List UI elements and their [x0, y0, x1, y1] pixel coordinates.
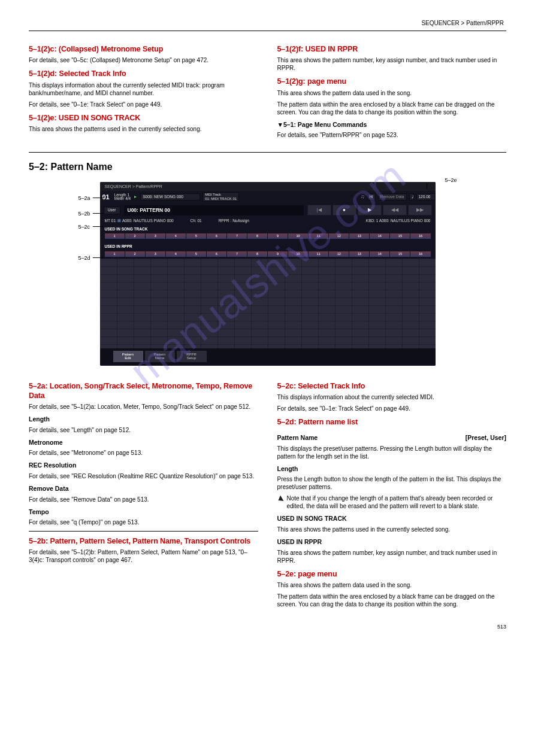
- ui-song-select[interactable]: S000: NEW SONG 000: [140, 193, 200, 201]
- transport-play-button[interactable]: ▶: [358, 205, 382, 215]
- track-cell[interactable]: 1: [105, 251, 125, 257]
- heading-5-2d: 5–2d: Pattern name list: [277, 417, 507, 427]
- track-cell[interactable]: 9: [268, 251, 288, 257]
- annot-5-2d: 5–2d: [78, 255, 90, 262]
- annot-5-2b: 5–2b: [78, 211, 90, 218]
- sub-pattern-name: Pattern Name: [277, 434, 318, 442]
- track-cell[interactable]: 12: [329, 251, 349, 257]
- p-5-1-menu: For details, see "Pattern/RPPR" on page …: [277, 131, 507, 139]
- left-rule-5-2b: [29, 531, 258, 532]
- track-cell[interactable]: 4: [166, 233, 186, 239]
- annot-5-2a: 5–2a: [78, 195, 90, 202]
- p-5-1-5d: This displays information about the curr…: [29, 81, 258, 97]
- track-cell[interactable]: 10: [288, 233, 308, 239]
- heading-5-2b: 5–2b: Pattern, Pattern Select, Pattern N…: [29, 536, 258, 546]
- bottom-right-col: 5–2c: Selected Track Info This displays …: [277, 377, 507, 612]
- track-cell[interactable]: 13: [349, 233, 369, 239]
- transport-rec-button[interactable]: ●: [333, 205, 356, 215]
- track-cell[interactable]: 1: [105, 233, 125, 239]
- heading-5-1-5f: 5–1(2)f: USED IN RPPR: [277, 44, 507, 54]
- p-5-1-5d-2: For details, see "0–1e: Track Select" on…: [29, 101, 258, 108]
- page-header-right: SEQUENCER > Pattern/RPPR: [29, 19, 506, 27]
- track-cell[interactable]: 12: [329, 233, 349, 239]
- transport-ff-button[interactable]: ▶▶: [408, 205, 432, 215]
- play-indicator-icon: ▸: [133, 194, 138, 200]
- screenshot-container: 5–2a 5–2b 5–2c 5–2d 5–2e SEQUENCER > Pat…: [100, 182, 436, 366]
- track-cell[interactable]: 5: [186, 251, 206, 257]
- track-cell[interactable]: 13: [349, 251, 369, 257]
- ui-track-info: MT 01: ⊞ A000: NAUTILUS PIANO 000 Ch: 01…: [100, 217, 436, 224]
- p-5-2e-a: This area shows the pattern data used in…: [277, 581, 507, 589]
- ui-miditrack-value[interactable]: 01: MIDI TRACK 01: [205, 197, 237, 201]
- transport-locate-button[interactable]: |◀: [307, 205, 331, 215]
- ui-used-rppr-head: USED IN RPPR: [100, 241, 436, 251]
- track-cell[interactable]: 6: [207, 251, 226, 257]
- track-cell[interactable]: 15: [390, 251, 410, 257]
- track-cell[interactable]: 3: [146, 251, 165, 257]
- track-cell[interactable]: 4: [166, 251, 186, 257]
- track-cell[interactable]: 2: [125, 251, 145, 257]
- ui-rppr-trackstrip: 1 2 3 4 5 6 7 8 9 10 11 12 13 14 15 16: [100, 251, 436, 259]
- metronome-icon[interactable]: ♫: [361, 193, 365, 201]
- tempo-note-icon: ♩: [409, 193, 414, 201]
- ui-remove-data[interactable]: Remove Data: [378, 193, 407, 201]
- p-5-2c-2: For details, see "0–1e: Track Select" on…: [277, 405, 507, 412]
- track-cell[interactable]: 14: [370, 251, 389, 257]
- p-metronome: For details, see "Metronome" on page 513…: [29, 449, 258, 457]
- ui-used-song-head: USED IN SONG TRACK: [100, 225, 436, 233]
- sub-used-song: USED IN SONG TRACK: [277, 515, 507, 523]
- p-used-rppr: This area shows the pattern number, key …: [277, 549, 507, 564]
- p-5-1-5f: This area shows the pattern number, key …: [277, 56, 507, 72]
- sub-used-rppr: USED IN RPPR: [277, 538, 507, 546]
- track-cell[interactable]: 14: [370, 233, 389, 239]
- track-cell[interactable]: 7: [227, 251, 247, 257]
- sub-rec-resolution: REC Resolution: [29, 462, 258, 470]
- ui-rec-resolution[interactable]: Hi: [367, 193, 376, 201]
- annot-line-5-2d: [93, 257, 104, 258]
- track-cell[interactable]: 15: [390, 233, 410, 239]
- track-cell[interactable]: 5: [186, 233, 206, 239]
- track-cell[interactable]: 2: [125, 233, 145, 239]
- track-cell[interactable]: 11: [309, 233, 328, 239]
- tab-rppr-setup[interactable]: RPPRSetup: [177, 351, 207, 362]
- top-columns: 5–1(2)c: (Collapsed) Metronome Setup For…: [29, 40, 506, 142]
- ui-info-rppr: RPPR : NoAssign: [219, 218, 249, 223]
- track-cell[interactable]: 9: [268, 233, 288, 239]
- ui-meter[interactable]: Meter 4/4: [114, 197, 131, 201]
- track-cell[interactable]: 8: [247, 251, 267, 257]
- transport-rew-button[interactable]: ◀◀: [383, 205, 407, 215]
- p-5-2c: This displays information about the curr…: [277, 393, 507, 401]
- ui-pattern-grid[interactable]: [100, 259, 436, 348]
- tab-pattern-name[interactable]: PatternName: [145, 351, 175, 362]
- ui-titlebar: SEQUENCER > Pattern/RPPR: [100, 182, 436, 191]
- bottom-left-col: 5–2a: Location, Song/Track Select, Metro…: [29, 377, 258, 612]
- warn-text: Note that if you change the length of a …: [287, 494, 507, 510]
- p-rec-resolution: For details, see "REC Resolution (Realti…: [29, 472, 258, 480]
- track-cell[interactable]: 8: [247, 233, 267, 239]
- annot-line-5-2e: [427, 183, 427, 189]
- track-cell[interactable]: 16: [410, 233, 430, 239]
- track-cell[interactable]: 3: [146, 233, 165, 239]
- p-5-2e-b: The pattern data within the area enclose…: [277, 593, 507, 608]
- sub-tempo: Tempo: [29, 508, 258, 517]
- track-cell[interactable]: 11: [309, 251, 328, 257]
- warning-icon: [277, 494, 285, 502]
- p-length: For details, see "Length" on page 512.: [29, 426, 258, 434]
- heading-5-1-5d: 5–1(2)d: Selected Track Info: [29, 69, 258, 78]
- ui-pattern-select[interactable]: U00: PATTERN 00: [124, 205, 304, 215]
- heading-5-1-5g: 5–1(2)g: page menu: [277, 77, 507, 86]
- ui-header-row: 01 Length 1 Meter 4/4 ▸ S000: NEW SONG 0…: [100, 191, 436, 203]
- annot-5-2c: 5–2c: [78, 224, 90, 231]
- track-cell[interactable]: 10: [288, 251, 308, 257]
- track-cell[interactable]: 6: [207, 233, 226, 239]
- tab-pattern-edit[interactable]: PatternEdit: [113, 351, 143, 362]
- annot-line-5-2c: [93, 226, 104, 227]
- sub-pattern-name-range: [Preset, User]: [466, 434, 506, 442]
- track-cell[interactable]: 7: [227, 233, 247, 239]
- ui-tempo[interactable]: 120.00: [416, 193, 436, 201]
- ui-info-ch: Ch: 01: [191, 218, 202, 223]
- sub-length: Length: [29, 415, 258, 424]
- ui-pattern-type[interactable]: User: [104, 207, 120, 214]
- track-cell[interactable]: 16: [410, 251, 430, 257]
- header-rule: [29, 31, 506, 31]
